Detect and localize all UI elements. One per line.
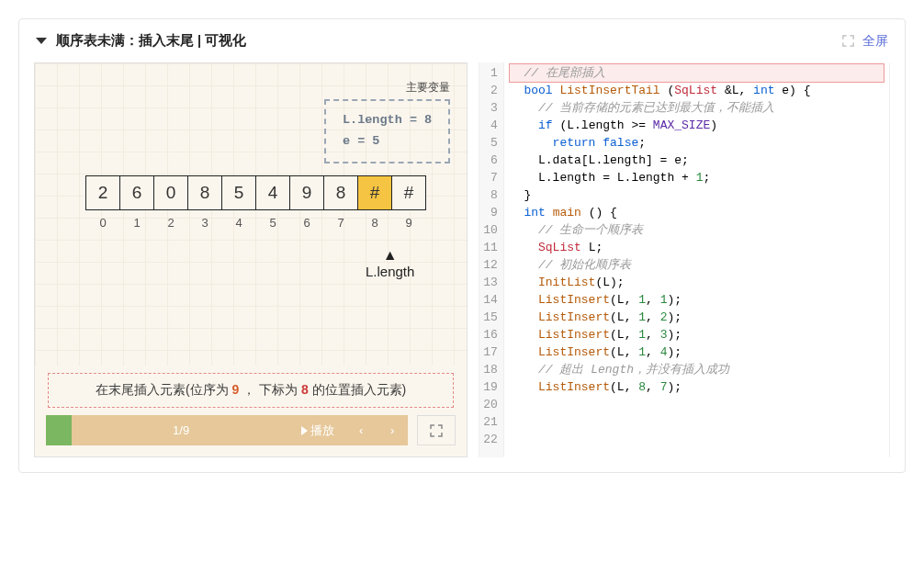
caption-box: 在末尾插入元素(位序为 9 ， 下标为 8 的位置插入元素) [48,373,454,408]
index-label: 4 [221,216,256,230]
play-label: 播放 [310,422,334,439]
caption-text: 在末尾插入元素(位序为 [96,382,232,397]
prev-button[interactable]: ‹ [345,423,377,437]
code-line: InitList(L); [510,274,884,291]
caption-index: 8 [301,382,309,397]
vars-content: L.length = 8 e = 5 [324,99,450,163]
line-numbers: 12345678910111213141516171819202122 [479,62,504,457]
index-label: 9 [391,216,426,230]
code-line: SqList L; [510,239,884,256]
play-button[interactable]: 播放 [290,422,345,439]
fullscreen-icon [429,423,444,438]
play-icon [301,426,308,435]
array-cell: 6 [119,175,154,210]
array-cell: 5 [221,175,256,210]
code-line: // 在尾部插入 [510,64,884,82]
code-line: L.length = L.length + 1; [510,169,884,186]
array-row: 26085498## [85,175,426,210]
code-line: // 当前存储的元素已达到最大值，不能插入 [510,99,884,117]
code-line: } [510,186,884,204]
array-cell: 2 [85,175,120,210]
index-label: 8 [357,216,392,230]
arrow-up-icon: ▲ [366,247,414,264]
code-line: return false; [510,134,884,152]
array-cell: 8 [323,175,358,210]
progress-bar[interactable]: 1/9 播放 ‹ › [46,415,408,445]
array-cell: 8 [187,175,222,210]
caption-text: ， 下标为 [239,382,301,397]
index-label: 7 [323,216,358,230]
control-bar: 1/9 播放 ‹ › [35,415,467,456]
progress-label: 1/9 [72,423,290,437]
code-line: // 生命一个顺序表 [510,221,884,239]
array-cell: 0 [153,175,188,210]
code-line: if (L.length >= MAX_SIZE) [510,117,884,134]
code-line: int main () { [510,204,884,221]
array-cell: 9 [289,175,324,210]
index-label: 1 [119,216,154,230]
variables-box: 主要变量 L.length = 8 e = 5 [324,80,450,163]
code-line: ListInsert(L, 1, 1); [510,291,884,309]
visualization-panel: 主要变量 L.length = 8 e = 5 26085498## 01234… [34,62,468,457]
index-label: 3 [187,216,222,230]
fullscreen-button[interactable]: 全屏 [862,33,888,50]
index-label: 0 [85,216,120,230]
pointer-label: L.length [366,264,414,279]
viz-fullscreen-button[interactable] [417,415,456,445]
code-line: L.data[L.length] = e; [510,152,884,169]
next-button[interactable]: › [377,423,408,437]
visualization-card: 顺序表未满：插入末尾 | 可视化 全屏 主要变量 L.length = 8 e … [18,18,906,473]
caption-text: 的位置插入元素) [309,382,407,397]
viz-stage: 主要变量 L.length = 8 e = 5 26085498## 01234… [35,63,467,366]
index-row: 0123456789 [85,216,426,230]
code-line: // 超出 Length，并没有插入成功 [510,361,884,378]
index-label: 5 [255,216,290,230]
content-row: 主要变量 L.length = 8 e = 5 26085498## 01234… [19,62,905,472]
length-pointer: ▲ L.length [366,247,414,279]
code-lines[interactable]: // 在尾部插入 bool ListInsertTail (SqList &L,… [504,62,889,457]
code-line: ListInsert(L, 1, 2); [510,309,884,326]
code-line: // 初始化顺序表 [510,256,884,274]
progress-fill [46,415,72,445]
array-cell: # [391,175,426,210]
collapse-toggle-icon[interactable] [36,38,47,44]
vars-title: 主要变量 [324,80,450,96]
code-line: ListInsert(L, 8, 7); [510,378,884,396]
index-label: 2 [153,216,188,230]
array-cell: # [357,175,392,210]
code-panel: 12345678910111213141516171819202122 // 在… [479,62,890,457]
expand-icon[interactable] [841,34,855,48]
code-line: ListInsert(L, 1, 3); [510,326,884,343]
code-line: ListInsert(L, 1, 4); [510,343,884,361]
code-line: bool ListInsertTail (SqList &L, int e) { [510,82,884,99]
card-title: 顺序表未满：插入末尾 | 可视化 [56,32,246,50]
array-cell: 4 [255,175,290,210]
index-label: 6 [289,216,324,230]
card-header: 顺序表未满：插入末尾 | 可视化 全屏 [19,19,905,62]
